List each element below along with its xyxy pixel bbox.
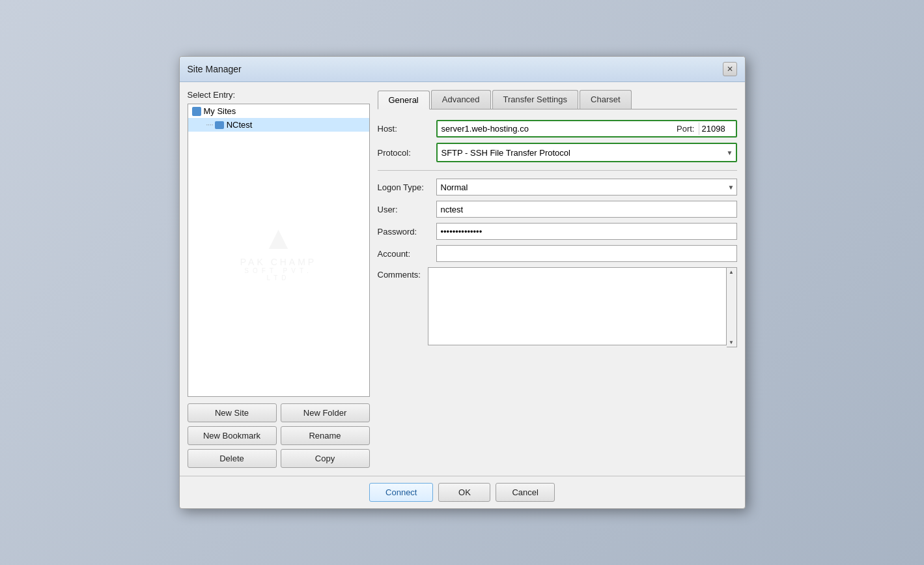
new-site-button[interactable]: New Site [188, 403, 277, 422]
tab-charset[interactable]: Charset [580, 90, 632, 109]
tree-item-my-sites[interactable]: My Sites [188, 104, 369, 118]
title-bar: Site Manager ✕ [180, 57, 745, 82]
password-label: Password: [378, 227, 436, 237]
copy-button[interactable]: Copy [281, 449, 370, 468]
connect-button[interactable]: Connect [369, 483, 433, 502]
my-sites-label: My Sites [204, 106, 236, 116]
tabs: General Advanced Transfer Settings Chars… [378, 90, 737, 109]
comments-row: Comments: ▲ ▼ [378, 267, 737, 347]
host-input[interactable] [439, 123, 673, 135]
server-icon [192, 107, 201, 116]
password-input[interactable] [436, 223, 737, 240]
dotted-line-icon: ···· [206, 121, 214, 128]
logon-type-wrapper: Normal Anonymous Ask for password Intera… [436, 179, 737, 196]
protocol-wrapper: SFTP - SSH File Transfer Protocol FTP - … [436, 143, 737, 162]
password-row: Password: [378, 223, 737, 240]
tab-general[interactable]: General [378, 91, 430, 109]
tree-item-nctest[interactable]: ···· NCtest [188, 118, 369, 132]
user-row: User: [378, 201, 737, 218]
protocol-select[interactable]: SFTP - SSH File Transfer Protocol FTP - … [438, 144, 736, 161]
tab-advanced[interactable]: Advanced [431, 90, 491, 109]
port-input[interactable] [699, 123, 735, 135]
scroll-down-arrow[interactable]: ▼ [727, 338, 735, 347]
action-buttons: New Site New Folder New Bookmark Rename … [188, 403, 370, 468]
account-input[interactable] [436, 245, 737, 262]
account-row: Account: [378, 245, 737, 262]
select-entry-label: Select Entry: [188, 90, 370, 100]
comments-scrollbar[interactable]: ▲ ▼ [727, 267, 737, 347]
host-port-group: Port: [436, 120, 737, 138]
protocol-label: Protocol: [378, 148, 436, 158]
divider-1 [378, 170, 737, 171]
logon-type-row: Logon Type: Normal Anonymous Ask for pas… [378, 179, 737, 196]
logon-type-select[interactable]: Normal Anonymous Ask for password Intera… [436, 179, 737, 196]
scroll-up-arrow[interactable]: ▲ [727, 268, 735, 276]
tab-transfer-settings[interactable]: Transfer Settings [492, 90, 579, 109]
dialog-footer: Connect OK Cancel [180, 476, 745, 508]
delete-button[interactable]: Delete [188, 449, 277, 468]
port-label: Port: [673, 123, 698, 135]
new-folder-button[interactable]: New Folder [281, 403, 370, 422]
site-manager-dialog: Site Manager ✕ Select Entry: My Sites ··… [179, 56, 746, 509]
dialog-title: Site Manager [188, 64, 242, 74]
protocol-row: Protocol: SFTP - SSH File Transfer Proto… [378, 143, 737, 162]
host-label: Host: [378, 124, 436, 134]
left-panel: Select Entry: My Sites ···· NCtest ▲ PAK… [188, 90, 370, 468]
host-row: Host: Port: [378, 120, 737, 138]
comments-textarea[interactable] [428, 267, 727, 345]
tree-watermark: ▲ PAK CHAMP SOFT PVT. LTD [233, 219, 324, 282]
new-bookmark-button[interactable]: New Bookmark [188, 426, 277, 445]
ok-button[interactable]: OK [438, 483, 490, 502]
nctest-label: NCtest [227, 120, 253, 130]
comments-wrapper: ▲ ▼ [428, 267, 737, 347]
user-input[interactable] [436, 201, 737, 218]
close-button[interactable]: ✕ [723, 62, 737, 76]
rename-button[interactable]: Rename [281, 426, 370, 445]
logon-type-label: Logon Type: [378, 182, 436, 192]
account-label: Account: [378, 249, 436, 259]
tree-panel[interactable]: My Sites ···· NCtest ▲ PAK CHAMP SOFT PV… [188, 104, 370, 397]
right-panel: General Advanced Transfer Settings Chars… [378, 90, 737, 468]
user-label: User: [378, 205, 436, 214]
comments-label: Comments: [378, 270, 428, 280]
site-icon [215, 121, 224, 129]
cancel-button[interactable]: Cancel [496, 483, 554, 502]
